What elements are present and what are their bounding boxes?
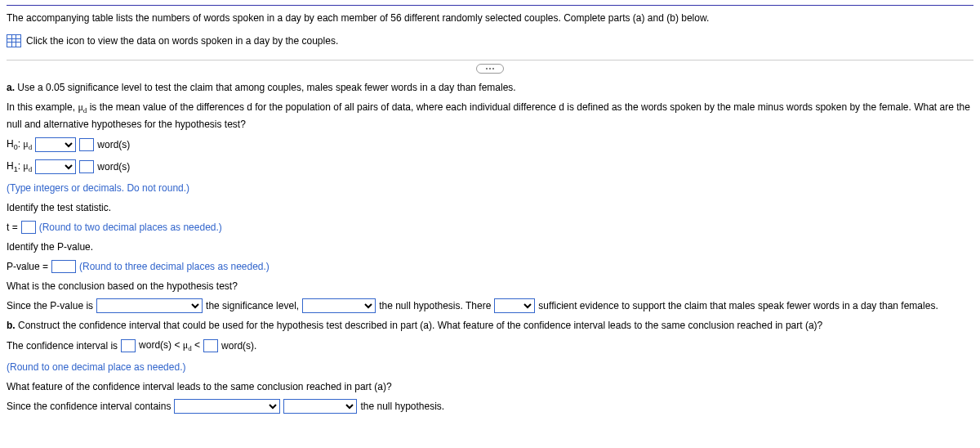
h1-units: word(s)	[97, 159, 130, 174]
identify-p: Identify the P-value.	[7, 240, 973, 254]
ellipsis-button[interactable]	[476, 64, 504, 74]
h0-units: word(s)	[97, 137, 130, 152]
ci-pre: The confidence interval is	[7, 338, 118, 353]
part-a-prompt: Use a 0.05 significance level to test th…	[15, 82, 516, 93]
pvalue-compare-select[interactable]	[96, 298, 203, 313]
feature-question: What feature of the confidence interval …	[7, 379, 973, 394]
part-a-label: a.	[7, 82, 15, 93]
h0-label: H0: μd	[7, 137, 32, 154]
conc-s4: sufficient evidence to support the claim…	[538, 298, 938, 313]
feat-pre: Since the confidence interval contains	[7, 399, 171, 414]
conc-s3: the null hypothesis. There	[379, 298, 491, 313]
conc-s1: Since the P-value is	[7, 298, 93, 313]
intro-text: The accompanying table lists the numbers…	[7, 11, 973, 25]
p-label: P-value =	[7, 259, 48, 274]
p-value-input[interactable]	[51, 260, 76, 273]
ci-lower-input[interactable]	[121, 339, 136, 352]
ci-upper-input[interactable]	[203, 339, 218, 352]
conclusion-question: What is the conclusion based on the hypo…	[7, 279, 973, 293]
mu-d-symbol: μd	[78, 101, 87, 113]
feat-post: the null hypothesis.	[360, 399, 444, 414]
ci-units1: word(s) < μd <	[139, 338, 200, 355]
identify-stat: Identify the test statistic.	[7, 200, 973, 215]
t-label: t =	[7, 220, 18, 235]
ci-contains-select[interactable]	[174, 399, 280, 414]
type-hint: (Type integers or decimals. Do not round…	[7, 181, 973, 195]
explain-pre: In this example,	[7, 101, 78, 113]
ci-hint: (Round to one decimal place as needed.)	[7, 360, 973, 374]
h0-value-input[interactable]	[79, 138, 94, 151]
explain-post: is the mean value of the differences d f…	[7, 101, 970, 130]
sufficient-select[interactable]	[494, 298, 535, 313]
conc-s2: the significance level,	[206, 298, 299, 313]
h1-value-input[interactable]	[79, 160, 94, 173]
table-icon[interactable]	[7, 34, 21, 47]
t-value-input[interactable]	[21, 221, 36, 234]
data-link-text[interactable]: Click the icon to view the data on words…	[26, 34, 338, 48]
reject-select[interactable]	[302, 298, 376, 313]
h1-relation-select[interactable]	[35, 159, 76, 174]
h1-label: H1: μd	[7, 159, 32, 176]
t-hint: (Round to two decimal places as needed.)	[39, 220, 222, 235]
h0-relation-select[interactable]	[35, 137, 76, 152]
ci-reject-select[interactable]	[283, 399, 357, 414]
part-b-label: b.	[7, 320, 16, 331]
p-hint: (Round to three decimal places as needed…	[79, 259, 270, 274]
ci-units3: word(s).	[221, 338, 256, 353]
part-b-prompt: Construct the confidence interval that c…	[16, 320, 823, 331]
